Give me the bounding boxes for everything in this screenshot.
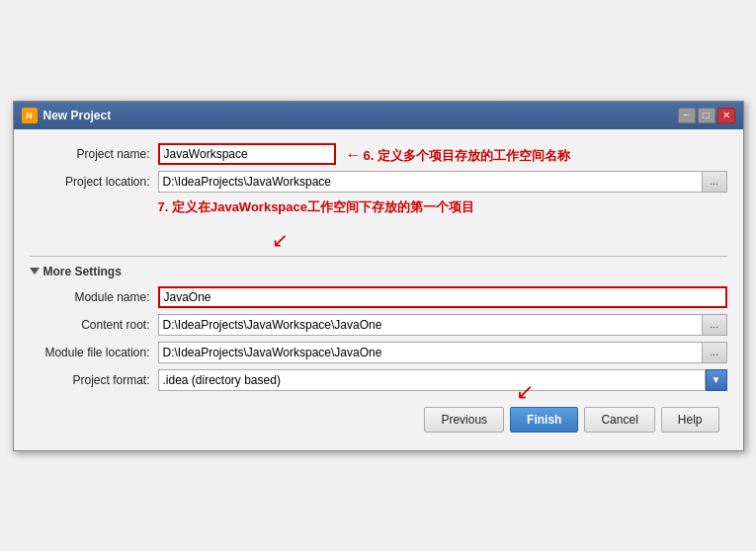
finish-arrow-icon: ↙ (516, 379, 534, 405)
project-format-field: ▼ (158, 369, 727, 391)
project-location-input[interactable] (158, 171, 702, 193)
more-settings-label: More Settings (43, 265, 122, 278)
project-location-field: ... (158, 171, 727, 193)
more-settings-header[interactable]: More Settings (30, 265, 727, 278)
project-location-browse-button[interactable]: ... (702, 171, 727, 193)
module-name-input[interactable] (158, 286, 727, 308)
dialog-title: New Project (43, 109, 112, 122)
module-file-location-label: Module file location: (30, 346, 158, 359)
help-button[interactable]: Help (661, 407, 719, 433)
maximize-button[interactable]: □ (698, 108, 715, 123)
content-root-label: Content root: (30, 318, 158, 332)
project-format-label: Project format: (30, 373, 158, 387)
module-file-location-browse-button[interactable]: ... (702, 342, 727, 363)
title-buttons: − □ ✕ (678, 108, 735, 123)
title-bar-left: N New Project (22, 108, 112, 123)
arrow-right-icon: ← (346, 146, 362, 164)
arrow-down-icon: ↙ (272, 228, 289, 252)
content-root-row: Content root: ... (30, 314, 727, 336)
button-row: ↙ Previous Finish Cancel Help (30, 397, 727, 440)
finish-button[interactable]: Finish (510, 407, 578, 433)
dialog-body: Project name: ← 6. 定义多个项目存放的工作空间名称 Proje… (14, 129, 743, 450)
project-format-row: Project format: ▼ (30, 369, 727, 391)
content-root-input[interactable] (158, 314, 702, 336)
module-file-location-input[interactable] (158, 342, 702, 363)
project-name-row: Project name: ← 6. 定义多个项目存放的工作空间名称 (30, 143, 727, 165)
minimize-button[interactable]: − (678, 108, 696, 123)
project-name-label: Project name: (30, 147, 158, 161)
annotation1-text: 6. 定义多个项目存放的工作空间名称 (364, 147, 570, 165)
module-name-label: Module name: (30, 290, 158, 304)
project-format-dropdown-button[interactable]: ▼ (706, 369, 727, 391)
module-name-row: Module name: (30, 286, 727, 308)
more-settings-section: More Settings Module name: Content root:… (30, 256, 727, 397)
project-location-row: Project location: ... (30, 171, 727, 193)
title-bar: N New Project − □ ✕ (14, 102, 743, 129)
project-location-label: Project location: (30, 175, 158, 189)
module-file-location-field: ... (158, 342, 727, 363)
module-file-location-row: Module file location: ... (30, 342, 727, 363)
close-button[interactable]: ✕ (717, 108, 735, 123)
new-project-dialog: N New Project − □ ✕ Project name: ← 6. 定… (13, 101, 744, 451)
content-root-field: ... (158, 314, 727, 336)
previous-button[interactable]: Previous (424, 407, 504, 433)
app-icon: N (22, 108, 38, 123)
project-format-input[interactable] (158, 369, 706, 391)
triangle-icon (30, 268, 40, 275)
annotation-area: 7. 定义在JavaWorkspace工作空间下存放的第一个项目 ↙ (30, 198, 727, 248)
project-name-input[interactable] (158, 143, 336, 165)
annotation2-text: 7. 定义在JavaWorkspace工作空间下存放的第一个项目 (158, 198, 475, 216)
content-root-browse-button[interactable]: ... (702, 314, 727, 336)
cancel-button[interactable]: Cancel (584, 407, 654, 433)
